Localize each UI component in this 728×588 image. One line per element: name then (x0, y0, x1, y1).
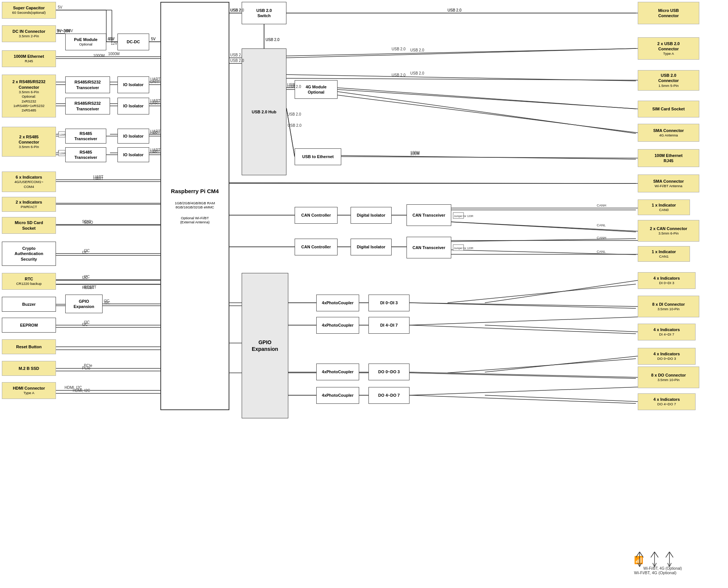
svg-text:CANH: CANH (597, 204, 606, 207)
indicator-di03-label: 4 x Indicators (653, 276, 680, 281)
do47-label: DO 4~DO 7 (378, 393, 400, 398)
usb2x-type-a-label: 2 x USB 2.0Connector (658, 41, 680, 52)
rs485-trans2-label: RS485/RS232Transceiver (75, 101, 101, 111)
svg-text:I2C: I2C (104, 299, 110, 303)
eeprom-label: EEPROM (20, 323, 38, 328)
rtc-sub: CR1220 backup (16, 282, 41, 286)
io-isolator3-block: IO Isolator (117, 129, 149, 144)
indicators-2x-block: 2 x Indicators PWR/ACT (2, 197, 56, 212)
indicator-do03-label: 4 x Indicators (653, 351, 680, 356)
svg-text:UART: UART (150, 101, 160, 105)
svg-text:USB 2.0: USB 2.0 (410, 71, 424, 75)
sma-wifi-block: SMA Connector Wi-Fi/BT Antenna (638, 174, 699, 192)
io-isolator4-label: IO Isolator (123, 152, 143, 157)
indicator-do47-sub: DO 4~DO 7 (658, 402, 676, 406)
svg-text:HDMI, I2C: HDMI, I2C (65, 386, 82, 390)
super-capacitor-label: Super Capacitor (13, 5, 45, 10)
svg-rect-203 (453, 213, 464, 218)
dcdc-label: DC-DC (127, 39, 140, 44)
svg-text:UART: UART (150, 77, 160, 81)
indicator-can1-sub: CAN1 (659, 254, 668, 259)
svg-line-78 (449, 239, 636, 242)
do03-block: DO 0~DO 3 (368, 364, 410, 380)
super-capacitor-block: Super Capacitor 60 Seconds(optional) (2, 2, 56, 19)
svg-text:UART: UART (150, 80, 160, 84)
raspberry-pi-label: Raspberry Pi CM4 (171, 188, 219, 194)
photocoupler4-block: 4xPhotoCoupler (316, 387, 359, 404)
svg-text:SDIO: SDIO (82, 220, 91, 224)
dc-in-connector-block: DC IN Connector 3.5mm 2-Pin (2, 25, 56, 42)
svg-text:UART: UART (93, 177, 103, 181)
svg-text:USB 2.0: USB 2.0 (448, 8, 462, 12)
svg-line-95 (448, 359, 636, 373)
photocoupler1-block: 4xPhotoCoupler (316, 295, 359, 311)
can-connector-label: 2 x CAN Connector (650, 226, 687, 231)
svg-line-222 (410, 387, 638, 395)
svg-text:PCIe: PCIe (84, 364, 92, 368)
svg-text:I2C: I2C (104, 301, 110, 305)
svg-line-93 (410, 373, 636, 378)
svg-text:PCIe: PCIe (82, 366, 91, 370)
sma-wifi-sub: Wi-Fi/BT Antenna (655, 184, 682, 188)
indicator-di47-label: 4 x Indicators (653, 327, 680, 332)
di-connector-block: 8 x DI Connector 3.5mm 10-Pin (638, 296, 699, 317)
svg-line-215 (485, 280, 638, 303)
svg-rect-143 (59, 132, 65, 137)
hdmi-sub: Type A (23, 391, 34, 395)
gpio-exp-small-block: GPIOExpansion (65, 295, 103, 313)
svg-line-107 (666, 552, 669, 557)
rtc-block: RTC CR1220 backup (2, 273, 56, 290)
svg-line-65 (286, 108, 295, 157)
photocoupler2-block: 4xPhotoCoupler (316, 317, 359, 334)
di03-label: DI 0~DI 3 (380, 300, 398, 305)
reset-button-block: Reset Button (2, 339, 56, 354)
indicator-can1-block: 1 x Indicator CAN1 (638, 246, 690, 262)
io-isolator3-label: IO Isolator (123, 133, 143, 139)
svg-text:USB 2.0: USB 2.0 (410, 48, 424, 52)
wifi-bt-optional-label: Wi-Fi/BT, 4G (Optional) (634, 570, 677, 575)
can-transceiver1-block: CAN Transceiver (407, 204, 451, 226)
indicator-di47-block: 4 x Indicators DI 4~DI 7 (638, 324, 696, 340)
svg-line-87 (410, 325, 636, 334)
svg-text:RESET: RESET (82, 286, 94, 290)
svg-line-79 (449, 250, 636, 255)
indicators-2x-label: 2 x Indicators (16, 199, 42, 205)
svg-text:Jumper for 120R: Jumper for 120R (454, 247, 473, 250)
svg-text:100M: 100M (410, 151, 420, 155)
usb20-15mm-block: USB 2.0Connector 1.5mm 5-Pin (638, 70, 699, 91)
rpi-antenna: (External Antenna) (180, 220, 210, 224)
indicator-can0-sub: CAN0 (659, 208, 668, 212)
digital-isolator2-label: Digital Isolator (357, 244, 385, 249)
can-connector-sub: 3.5mm 6-Pin (659, 231, 679, 236)
svg-text:SDIO: SDIO (84, 220, 93, 224)
indicator-can1-label: 1 x Indicator (652, 249, 676, 254)
rs485-only-trans1-block: RS485Transceiver (65, 129, 106, 144)
svg-line-214 (410, 317, 638, 325)
sma-4g-label: SMA Connector (653, 128, 684, 133)
svg-text:9V~36V: 9V~36V (57, 29, 70, 33)
indicator-do03-sub: DO 0~DO 3 (658, 356, 676, 361)
gpio-exp-main-label: GPIOExpansion (252, 339, 278, 352)
svg-line-178 (286, 78, 638, 80)
svg-line-216 (485, 325, 638, 332)
usb-to-eth-block: USB to Ethernet (295, 148, 341, 165)
usb2x-type-a-sub: Type A (663, 51, 674, 56)
svg-line-184 (286, 108, 295, 157)
svg-text:I2C: I2C (84, 249, 90, 253)
svg-line-88 (448, 284, 636, 303)
svg-text:USB 2.0: USB 2.0 (266, 38, 280, 42)
antenna-symbols: Wi-Fi/BT, 4G (Optional) (632, 548, 710, 570)
io-isolator1-block: IO Isolator (117, 76, 149, 93)
svg-text:UART: UART (150, 148, 160, 152)
sma-4g-block: SMA Connector 4G Antenna (638, 124, 699, 142)
poe-label: PoE Module (74, 37, 98, 42)
rs485-trans1-block: RS485/RS232Transceiver (65, 76, 110, 93)
sma-wifi-label: SMA Connector (653, 179, 684, 184)
can-transceiver1-label: CAN Transceiver (412, 213, 445, 218)
svg-text:Wi-Fi/BT, 4G (Optional): Wi-Fi/BT, 4G (Optional) (643, 566, 682, 570)
svg-line-102 (651, 552, 655, 557)
crypto-auth-label: CryptoAuthenticationSecurity (15, 246, 43, 262)
svg-text:I2C: I2C (82, 323, 88, 327)
usb-to-eth-label: USB to Ethernet (302, 154, 333, 159)
svg-text:9V~36V: 9V~36V (57, 29, 70, 33)
